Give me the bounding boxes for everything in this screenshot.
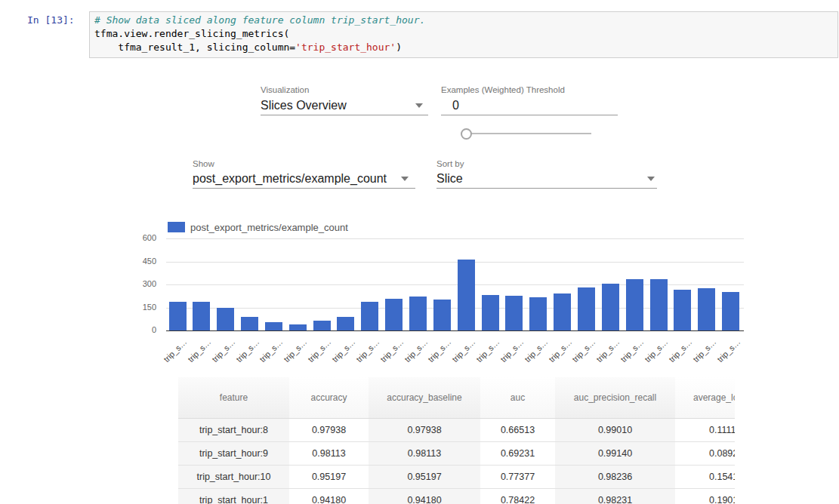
threshold-label: Examples (Weighted) Threshold (441, 85, 565, 94)
feature-cell: trip_start_hour:8 (178, 419, 289, 442)
metric-cell: 0.66513 (480, 419, 555, 442)
bar-6[interactable] (313, 321, 331, 330)
y-tick-label: 0 (125, 325, 156, 334)
bar-10[interactable] (409, 297, 427, 330)
threshold-underline (441, 115, 618, 115)
sort-underline (436, 188, 657, 189)
bar-0[interactable] (169, 302, 187, 330)
y-tick-label: 450 (125, 257, 156, 266)
threshold-value[interactable]: 0 (452, 99, 459, 112)
gridline (166, 262, 744, 263)
chevron-down-icon[interactable] (401, 177, 409, 181)
bar-21[interactable] (674, 290, 691, 330)
metric-cell: 0.0892 (675, 442, 735, 466)
metric-cell: 0.98236 (555, 466, 675, 489)
bar-9[interactable] (385, 299, 403, 330)
table-row: trip_start_hour:90.981130.981130.692310.… (178, 442, 735, 466)
code-line2: tfma.view.render_slicing_metrics( (94, 28, 289, 39)
chevron-down-icon[interactable] (415, 103, 423, 108)
show-value[interactable]: post_export_metrics/example_count (193, 172, 387, 186)
metric-cell: 0.69231 (480, 442, 555, 466)
table-header-row: featureaccuracyaccuracy_baselineaucauc_p… (178, 377, 735, 419)
bar-12[interactable] (458, 260, 475, 330)
metric-cell: 0.99140 (555, 442, 675, 466)
bar-13[interactable] (482, 295, 499, 330)
table-row: trip_start_hour:80.979380.979380.665130.… (178, 419, 735, 442)
bar-16[interactable] (554, 293, 571, 330)
column-header-accuracy: accuracy (289, 377, 369, 419)
metric-cell: 0.98113 (289, 442, 369, 466)
table-body: trip_start_hour:80.979380.979380.665130.… (178, 419, 735, 504)
column-header-auc: auc (480, 377, 555, 419)
bar-8[interactable] (361, 302, 378, 331)
cell-input-prompt: In [13]: (27, 14, 75, 26)
show-label: Show (193, 159, 214, 168)
bar-19[interactable] (626, 279, 643, 330)
metrics-table-container: featureaccuracyaccuracy_baselineaucauc_p… (178, 377, 735, 504)
metric-cell: 0.1111 (675, 419, 735, 442)
threshold-slider-handle[interactable] (461, 128, 472, 140)
table-row: trip_start_hour:10.941800.941800.784220.… (178, 489, 735, 504)
feature-cell: trip_start_hour:9 (178, 442, 289, 466)
legend-label: post_export_metrics/example_count (190, 222, 348, 233)
show-underline (193, 188, 415, 189)
column-header-average_loss: average_loss (675, 377, 735, 419)
metric-cell: 0.95197 (289, 466, 369, 489)
bar-23[interactable] (722, 292, 739, 330)
y-tick-label: 150 (125, 303, 156, 312)
metric-cell: 0.95197 (369, 466, 480, 489)
metric-cell: 0.1901 (675, 489, 735, 504)
code-cell[interactable]: # Show data sliced along feature column … (89, 11, 838, 58)
bar-11[interactable] (433, 300, 451, 330)
visualization-label: Visualization (261, 85, 309, 94)
code-string: 'trip_start_hour' (295, 41, 396, 53)
metric-cell: 0.94180 (369, 489, 480, 504)
bar-7[interactable] (337, 317, 354, 330)
bar-15[interactable] (529, 297, 547, 330)
bar-22[interactable] (698, 288, 715, 330)
metric-cell: 0.1541 (675, 466, 735, 489)
bar-17[interactable] (578, 287, 595, 330)
metrics-table: featureaccuracyaccuracy_baselineaucauc_p… (178, 377, 735, 504)
visualization-value[interactable]: Slices Overview (261, 99, 347, 112)
metric-cell: 0.98113 (369, 442, 480, 466)
sort-value[interactable]: Slice (436, 172, 463, 186)
threshold-slider-track[interactable] (470, 133, 591, 134)
bar-2[interactable] (217, 308, 234, 330)
bar-20[interactable] (650, 279, 668, 330)
code-comment: # Show data sliced along feature column … (94, 14, 425, 26)
bar-18[interactable] (602, 284, 619, 330)
column-header-accuracy_baseline: accuracy_baseline (369, 377, 480, 419)
bar-3[interactable] (241, 317, 258, 330)
table-row: trip_start_hour:100.951970.951970.773770… (178, 466, 735, 489)
feature-cell: trip_start_hour:10 (178, 466, 289, 489)
visualization-underline (261, 115, 428, 115)
legend-swatch (168, 222, 185, 232)
bar-4[interactable] (265, 322, 282, 330)
bar-14[interactable] (505, 296, 523, 330)
metric-cell: 0.78422 (480, 489, 555, 504)
bar-1[interactable] (193, 302, 210, 330)
y-tick-label: 600 (125, 233, 156, 242)
metric-cell: 0.77377 (480, 466, 555, 489)
sort-label: Sort by (436, 159, 464, 168)
chevron-down-icon[interactable] (647, 177, 655, 181)
bar-5[interactable] (289, 324, 307, 331)
chart-plot-area (166, 234, 744, 331)
metric-cell: 0.99010 (555, 419, 675, 442)
gridline (166, 238, 744, 239)
y-tick-label: 300 (125, 279, 156, 288)
metric-cell: 0.97938 (369, 419, 480, 442)
column-header-auc_precision_recall: auc_precision_recall (555, 377, 675, 419)
metric-cell: 0.97938 (289, 419, 369, 442)
column-header-feature: feature (178, 377, 289, 419)
code-line3: tfma_result_1, slicing_column='trip_star… (94, 41, 402, 53)
feature-cell: trip_start_hour:1 (178, 489, 289, 504)
metric-cell: 0.94180 (289, 489, 369, 504)
x-axis-line (166, 330, 744, 331)
metric-cell: 0.98231 (555, 489, 675, 504)
